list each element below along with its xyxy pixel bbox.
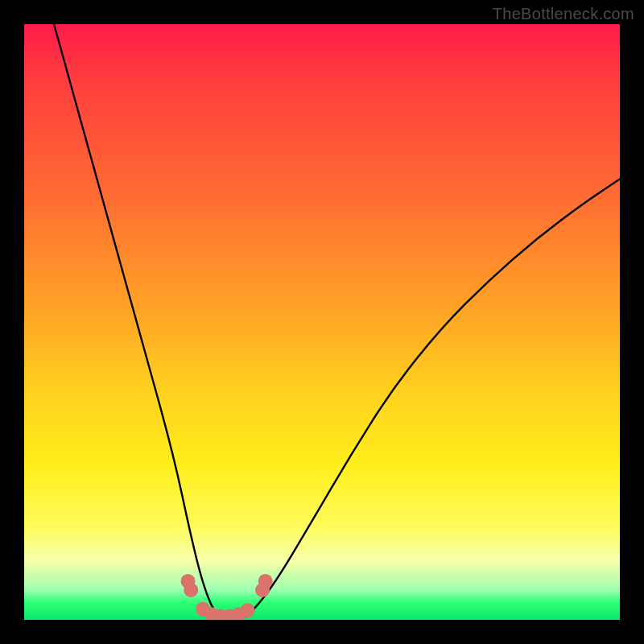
plot-area [24, 24, 620, 620]
chart-frame: TheBottleneck.com [0, 0, 644, 644]
watermark-label: TheBottleneck.com [493, 5, 634, 23]
heat-gradient-background [24, 24, 620, 620]
